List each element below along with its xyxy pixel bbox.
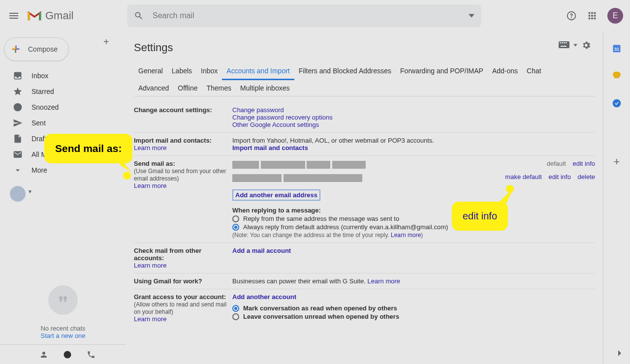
import-mail-link[interactable]: Import mail and contacts (232, 144, 308, 152)
nav-inbox[interactable]: Inbox (0, 68, 126, 84)
app-header: Gmail E (0, 0, 630, 31)
other-account-settings-link[interactable]: Other Google Account settings (232, 121, 319, 128)
nav-snoozed[interactable]: Snoozed (0, 99, 126, 115)
no-chats-text: No recent chats (0, 325, 126, 332)
tab-multiple-inboxes[interactable]: Multiple inboxes (236, 80, 294, 96)
tab-filters[interactable]: Filters and Blocked Addresses (294, 63, 396, 80)
tab-inbox[interactable]: Inbox (196, 63, 222, 80)
make-default-link[interactable]: make default (505, 173, 541, 181)
check-mail-label: Check mail from other accounts: Learn mo… (134, 247, 232, 269)
sendas-learn-more-link[interactable]: Learn more (134, 182, 166, 189)
gsuite-learn-more[interactable]: Learn more (368, 277, 400, 285)
svg-rect-6 (561, 46, 567, 47)
import-desc: Import from Yahoo!, Hotmail, AOL, or oth… (232, 137, 595, 144)
phone-icon[interactable] (87, 350, 95, 359)
file-icon (13, 134, 23, 144)
delete-link[interactable]: delete (578, 173, 595, 181)
change-account-label: Change account settings: (134, 106, 232, 128)
hangouts-avatar[interactable] (10, 186, 26, 202)
svg-rect-3 (562, 42, 563, 43)
hamburger-menu-icon[interactable] (8, 10, 20, 22)
add-another-email-link[interactable]: Add another email address (235, 191, 317, 199)
keep-icon[interactable] (612, 71, 622, 81)
import-learn-more-link[interactable]: Learn more (134, 144, 166, 152)
mark-read-radio[interactable]: Mark conversation as read when opened by… (232, 304, 595, 312)
svg-rect-4 (564, 42, 565, 43)
add-mail-account-link[interactable]: Add a mail account (232, 247, 291, 254)
change-password-link[interactable]: Change password (232, 106, 284, 114)
search-box[interactable] (127, 4, 481, 27)
edit-info-link-2[interactable]: edit info (548, 173, 571, 181)
new-chat-icon[interactable]: + (103, 36, 115, 48)
settings-tabs: General Labels Inbox Accounts and Import… (134, 63, 595, 96)
search-input[interactable] (153, 11, 464, 20)
reply-note: (Note: You can change the address at the… (232, 232, 595, 239)
reply-same-address-radio[interactable]: Reply from the same address the message … (232, 215, 595, 222)
send-icon (13, 118, 23, 128)
svg-rect-5 (566, 42, 567, 43)
nav-starred[interactable]: Starred (0, 84, 126, 99)
tab-labels[interactable]: Labels (167, 63, 196, 80)
apps-grid-icon[interactable] (587, 10, 598, 21)
leave-unread-radio[interactable]: Leave conversation unread when opened by… (232, 313, 595, 320)
settings-main: Settings General Labels Inbox Accounts a… (126, 31, 603, 364)
nav-more[interactable]: More (0, 162, 126, 178)
grant-access-label: Grant access to your account: (Allow oth… (134, 293, 232, 323)
hangouts-dropdown-icon[interactable]: ▼ (28, 189, 32, 194)
tab-offline[interactable]: Offline (173, 80, 202, 96)
tab-general[interactable]: General (134, 63, 167, 80)
svg-text:31: 31 (614, 47, 619, 52)
reply-note-learn-more[interactable]: Learn more (391, 232, 421, 239)
recovery-options-link[interactable]: Change password recovery options (232, 114, 333, 121)
gear-icon[interactable] (581, 40, 591, 50)
hangouts-area: No recent chats Start a new one (0, 236, 126, 339)
compose-button[interactable]: Compose (4, 37, 69, 61)
sidebar: Compose Inbox Starred Snoozed Sent Draft… (0, 31, 126, 364)
input-tools-dropdown-icon[interactable] (573, 44, 577, 47)
gmail-logo[interactable]: Gmail (27, 9, 73, 22)
tab-addons[interactable]: Add-ons (488, 63, 522, 80)
settings-title: Settings (134, 41, 595, 54)
account-avatar[interactable]: E (607, 8, 623, 24)
gsuite-label: Using Gmail for work? (134, 277, 232, 285)
inbox-icon (13, 71, 23, 81)
chevron-down-icon (13, 165, 23, 175)
tab-themes[interactable]: Themes (202, 80, 236, 96)
reply-default-address-radio[interactable]: Always reply from default address (curre… (232, 223, 595, 231)
bottom-bar (0, 344, 126, 364)
get-addons-icon[interactable]: + (614, 155, 620, 168)
svg-point-9 (613, 99, 621, 108)
star-icon (13, 87, 23, 96)
check-mail-learn-more[interactable]: Learn more (134, 262, 166, 269)
input-tools-icon[interactable] (559, 41, 569, 49)
mail-icon (13, 150, 23, 159)
edit-info-link-1[interactable]: edit info (572, 160, 595, 167)
tab-forwarding[interactable]: Forwarding and POP/IMAP (396, 63, 488, 80)
tab-accounts-import[interactable]: Accounts and Import (222, 63, 294, 80)
search-options-icon[interactable] (469, 13, 474, 19)
tab-chat[interactable]: Chat (522, 63, 546, 80)
person-icon[interactable] (39, 350, 48, 359)
hide-panel-icon[interactable] (613, 347, 625, 359)
add-another-account-link[interactable]: Add another account (232, 293, 296, 301)
gmail-text: Gmail (45, 9, 73, 22)
import-label: Import mail and contacts: Learn more (134, 137, 232, 152)
callout-edit-info: edit info (455, 205, 505, 228)
tab-advanced[interactable]: Advanced (134, 80, 173, 96)
grant-learn-more[interactable]: Learn more (134, 315, 166, 323)
svg-rect-2 (560, 42, 561, 43)
help-icon[interactable] (566, 10, 577, 21)
callout-dot (506, 185, 514, 193)
plus-icon (10, 44, 21, 55)
callout-send-mail-as: Send mail as: (47, 137, 129, 160)
tasks-icon[interactable] (612, 98, 622, 108)
start-new-chat-link[interactable]: Start a new one (0, 332, 126, 339)
hangouts-icon (48, 285, 78, 315)
nav-sent[interactable]: Sent (0, 115, 126, 131)
side-panel: 31 + (603, 31, 630, 364)
hangouts-bubble-icon[interactable] (63, 350, 72, 359)
calendar-icon[interactable]: 31 (612, 43, 622, 53)
callout-dot (123, 172, 131, 180)
when-replying-label: When replying to a message: (232, 207, 595, 214)
svg-point-0 (64, 351, 71, 358)
